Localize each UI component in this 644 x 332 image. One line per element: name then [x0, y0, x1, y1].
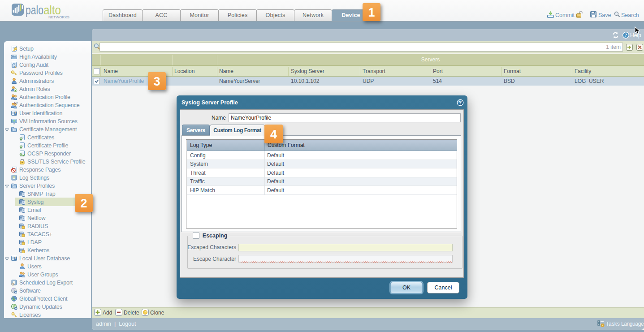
svg-text:palo: palo	[26, 4, 43, 17]
svg-text:123: 123	[14, 102, 17, 104]
svg-text:?: ?	[459, 100, 462, 105]
svg-text:NETWORKS: NETWORKS	[48, 15, 69, 19]
svg-text:?: ?	[625, 33, 627, 38]
